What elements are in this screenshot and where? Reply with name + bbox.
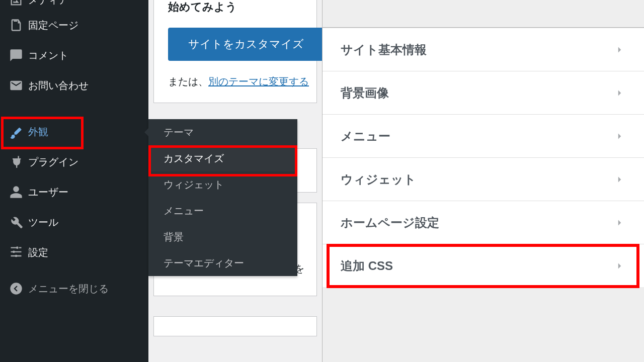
submenu-label: 背景 — [164, 230, 184, 244]
customizer-row-label: サイト基本情報 — [341, 42, 427, 58]
customizer-row-label: 追加 CSS — [341, 258, 393, 274]
comment-icon — [9, 48, 28, 62]
sidebar-item-label: 外観 — [28, 125, 48, 139]
collapse-icon — [9, 282, 28, 296]
welcome-panel: 始めてみよう サイトをカスタマイズ または、別のテーマに変更する — [153, 0, 317, 103]
customizer-row-homepage-settings[interactable]: ホームページ設定 — [323, 201, 644, 244]
submenu-label: ウィジェット — [164, 178, 224, 192]
customizer-row-menus[interactable]: メニュー — [323, 114, 644, 157]
mail-icon — [9, 78, 28, 93]
sidebar-item-plugins[interactable]: プラグイン — [0, 147, 148, 177]
sidebar-item-label: 固定ページ — [28, 19, 78, 32]
submenu-label: カスタマイズ — [164, 152, 224, 165]
customizer-row-widgets[interactable]: ウィジェット — [323, 157, 644, 201]
customizer-row-site-identity[interactable]: サイト基本情報 — [323, 28, 644, 71]
sidebar-item-users[interactable]: ユーザー — [0, 177, 148, 207]
chevron-right-icon — [613, 86, 626, 100]
wrench-icon — [9, 215, 28, 229]
or-prefix: または、 — [168, 76, 208, 87]
chevron-right-icon — [613, 216, 626, 229]
customizer-row-label: ホームページ設定 — [341, 215, 439, 231]
submenu-item-menus[interactable]: メニュー — [148, 198, 297, 224]
appearance-submenu: テーマ カスタマイズ ウィジェット メニュー 背景 テーマエディター — [148, 119, 297, 276]
welcome-heading: 始めてみよう — [168, 0, 302, 15]
sidebar-item-label: 設定 — [28, 246, 48, 259]
extra-panel — [153, 316, 317, 336]
customizer-row-additional-css[interactable]: 追加 CSS — [323, 244, 644, 287]
welcome-or-line: または、別のテーマに変更する — [168, 75, 302, 88]
admin-sidebar: メディア 固定ページ コメント お問い合わせ 外観 プラグイン ユーザー ツール… — [0, 0, 148, 362]
customize-site-button[interactable]: サイトをカスタマイズ — [168, 28, 322, 61]
submenu-label: テーマエディター — [164, 256, 244, 270]
customizer-panel: サイト基本情報 背景画像 メニュー ウィジェット ホームページ設定 追加 CSS — [322, 0, 644, 362]
user-icon — [9, 185, 28, 199]
submenu-item-themes[interactable]: テーマ — [148, 119, 297, 145]
sidebar-item-label: プラグイン — [28, 155, 78, 169]
chevron-right-icon — [613, 43, 626, 56]
submenu-item-widgets[interactable]: ウィジェット — [148, 171, 297, 198]
sidebar-collapse-button[interactable]: メニューを閉じる — [0, 274, 148, 304]
sidebar-item-contact[interactable]: お問い合わせ — [0, 70, 148, 101]
sliders-icon — [9, 245, 28, 259]
customizer-row-background-image[interactable]: 背景画像 — [323, 71, 644, 114]
sidebar-item-settings[interactable]: 設定 — [0, 237, 148, 267]
brush-icon — [9, 125, 28, 139]
sidebar-item-comments[interactable]: コメント — [0, 40, 148, 70]
media-icon — [9, 0, 28, 7]
chevron-right-icon — [613, 130, 626, 143]
customizer-row-label: メニュー — [341, 128, 390, 144]
sidebar-item-label: お問い合わせ — [28, 79, 89, 93]
submenu-item-background[interactable]: 背景 — [148, 224, 297, 250]
sidebar-item-media[interactable]: メディア — [0, 0, 148, 10]
sidebar-item-label: ユーザー — [28, 186, 68, 199]
page-icon — [9, 18, 28, 32]
change-theme-link[interactable]: 別のテーマに変更する — [208, 76, 309, 87]
chevron-right-icon — [613, 173, 626, 186]
sidebar-item-pages[interactable]: 固定ページ — [0, 10, 148, 40]
sidebar-collapse-label: メニューを閉じる — [28, 282, 109, 296]
submenu-label: テーマ — [164, 126, 194, 139]
submenu-item-theme-editor[interactable]: テーマエディター — [148, 250, 297, 276]
sidebar-item-tools[interactable]: ツール — [0, 207, 148, 237]
customizer-header-spacer — [323, 0, 644, 28]
sidebar-item-label: メディア — [28, 0, 68, 7]
chevron-right-icon — [613, 259, 626, 273]
submenu-item-customize[interactable]: カスタマイズ — [148, 145, 297, 171]
sidebar-item-appearance[interactable]: 外観 — [0, 117, 148, 147]
customizer-row-label: ウィジェット — [341, 171, 416, 188]
sidebar-item-label: ツール — [28, 216, 58, 229]
sidebar-item-label: コメント — [28, 49, 68, 62]
customizer-row-label: 背景画像 — [341, 85, 389, 101]
plugin-icon — [9, 155, 28, 169]
submenu-label: メニュー — [164, 204, 204, 218]
